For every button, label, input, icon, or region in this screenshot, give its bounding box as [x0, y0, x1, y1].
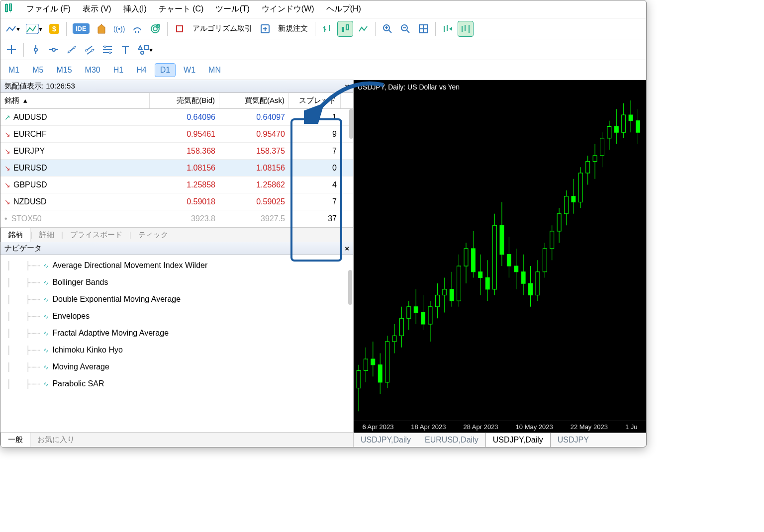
market-watch-tab[interactable]: 銘柄 [0, 228, 30, 242]
menu-window[interactable]: ウインドウ(W) [262, 4, 314, 14]
svg-rect-69 [385, 342, 389, 382]
svg-rect-89 [457, 266, 461, 301]
market-watch-tab[interactable]: ティック [131, 228, 175, 242]
autoscroll-icon[interactable] [458, 21, 474, 37]
market-watch-row[interactable]: NZDUSD0.590180.590257 [0, 193, 353, 210]
menu-help[interactable]: ヘルプ(H) [326, 4, 361, 14]
market-watch-row[interactable]: EURCHF0.954610.954709 [0, 126, 353, 143]
svg-rect-85 [443, 289, 447, 295]
market-watch-tab[interactable]: プライスボード [63, 228, 129, 242]
navigator-item[interactable]: │ ├┈┈∿Average Directional Movement Index… [6, 257, 353, 274]
trendline-icon[interactable] [64, 42, 80, 58]
svg-point-48 [86, 49, 88, 51]
market-watch-row[interactable]: AUDUSD0.640960.640971 [0, 109, 353, 126]
timeframe-button[interactable]: ▾ [24, 21, 44, 37]
svg-rect-58 [144, 46, 148, 50]
chart-tab[interactable]: USDJPY [551, 433, 596, 447]
zoom-in-icon[interactable] [380, 21, 395, 37]
navigator-item[interactable]: │ ├┈┈∿Ichimoku Kinko Hyo [6, 342, 353, 358]
vertical-line-icon[interactable] [28, 42, 44, 58]
chart-tab[interactable]: EURUSD,Daily [418, 433, 485, 447]
zoom-out-icon[interactable] [397, 21, 413, 37]
menu-file[interactable]: ファイル (F) [26, 4, 71, 14]
ide-button[interactable]: IDE [71, 21, 92, 37]
chart-panel: USDJPY, Daily: US Dollar vs Yen 6 Apr 20… [354, 80, 646, 447]
market-watch-header[interactable]: 銘柄 ▴ 売気配(Bid) 買気配(Ask) スプレッド [0, 93, 353, 109]
equidistant-channel-icon[interactable] [82, 42, 97, 58]
navigator-body: │ ├┈┈∿Average Directional Movement Index… [0, 255, 353, 432]
navigator-item[interactable]: │ ├┈┈∿Moving Average [6, 358, 353, 375]
menu-bar: ファイル (F) 表示 (V) 挿入(I) チャート (C) ツール(T) ウイ… [0, 0, 646, 18]
svg-rect-105 [514, 266, 518, 272]
timeframe-M30[interactable]: M30 [80, 64, 105, 77]
shift-chart-icon[interactable] [440, 21, 456, 37]
svg-rect-103 [507, 255, 511, 266]
navigator-item[interactable]: │ ├┈┈∿Parabolic SAR [6, 375, 353, 392]
crosshair-icon[interactable] [3, 42, 19, 58]
svg-rect-115 [550, 231, 554, 249]
svg-rect-119 [565, 196, 569, 214]
timeframe-H4[interactable]: H4 [131, 64, 151, 77]
navigator-item[interactable]: │ ├┈┈∿Envelopes [6, 308, 353, 325]
svg-point-42 [52, 48, 55, 51]
navigator-tab[interactable]: お気に入り [30, 433, 82, 447]
timeframe-M1[interactable]: M1 [3, 64, 24, 77]
chart-body[interactable] [354, 94, 646, 421]
timeframe-M5[interactable]: M5 [27, 64, 48, 77]
algo-trading-button[interactable] [172, 21, 188, 37]
timeframe-M15[interactable]: M15 [51, 64, 77, 77]
svg-rect-87 [450, 289, 454, 301]
menu-tools[interactable]: ツール(T) [215, 4, 249, 14]
vps-icon[interactable] [129, 21, 145, 37]
svg-rect-133 [614, 126, 618, 132]
menu-chart[interactable]: チャート (C) [159, 4, 204, 14]
navigator-tab[interactable]: 一般 [0, 433, 30, 447]
svg-rect-131 [607, 126, 611, 138]
timeframe-H1[interactable]: H1 [108, 64, 128, 77]
tile-windows-icon[interactable] [415, 21, 431, 37]
market-watch-row[interactable]: EURUSD1.081561.081560 [0, 160, 353, 177]
svg-rect-4 [26, 24, 39, 34]
svg-rect-121 [572, 196, 575, 202]
menu-view[interactable]: 表示 (V) [83, 4, 111, 14]
scrollbar[interactable] [348, 270, 352, 305]
deposit-button[interactable]: $ [46, 21, 62, 37]
svg-marker-33 [449, 27, 452, 31]
svg-rect-91 [464, 249, 468, 266]
line-chart-icon[interactable] [355, 21, 371, 37]
menu-insert[interactable]: 挿入(I) [123, 4, 147, 14]
shapes-icon[interactable]: ▾ [135, 42, 155, 58]
chart-xaxis: 6 Apr 202318 Apr 202328 Apr 202310 May 2… [354, 421, 646, 433]
timeframe-W1[interactable]: W1 [179, 64, 200, 77]
horizontal-line-icon[interactable] [46, 42, 62, 58]
chart-tab[interactable]: USDJPY,Daily [354, 433, 418, 447]
new-order-button[interactable] [257, 21, 273, 37]
navigator-title: ナビゲータ × [0, 242, 353, 255]
svg-rect-61 [357, 370, 361, 388]
market-button[interactable] [94, 21, 109, 37]
navigator-item[interactable]: │ ├┈┈∿Bollinger Bands [6, 274, 353, 291]
svg-rect-81 [428, 307, 432, 324]
candle-chart-icon[interactable] [337, 21, 353, 37]
chart-tab[interactable]: USDJPY,Daily [485, 433, 551, 447]
timeframe-D1[interactable]: D1 [155, 63, 176, 77]
close-icon[interactable]: × [345, 244, 349, 253]
market-watch-tab[interactable]: 詳細 [32, 228, 61, 242]
signal-icon[interactable]: ((•)) [111, 21, 127, 37]
fibo-icon[interactable] [99, 42, 115, 58]
algo-trading-label: アルゴリズム取引 [190, 24, 255, 33]
bar-chart-icon[interactable] [319, 21, 335, 37]
svg-rect-101 [500, 225, 504, 254]
market-watch-row[interactable]: EURJPY158.368158.3757 [0, 143, 353, 160]
navigator-item[interactable]: │ ├┈┈∿Fractal Adaptive Moving Average [6, 325, 353, 342]
text-icon[interactable] [117, 42, 133, 58]
market-watch-row[interactable]: STOX503923.83927.537 [0, 210, 353, 227]
timeframe-MN[interactable]: MN [203, 64, 226, 77]
navigator-item[interactable]: │ ├┈┈∿Double Exponential Moving Average [6, 291, 353, 308]
market-watch-row[interactable]: GBPUSD1.258581.258624 [0, 177, 353, 193]
add-indicator-icon[interactable]: + [147, 21, 163, 37]
svg-rect-99 [493, 225, 497, 289]
svg-rect-113 [543, 249, 547, 272]
chart-type-button[interactable]: ▾ [3, 21, 22, 37]
svg-rect-83 [435, 295, 439, 306]
